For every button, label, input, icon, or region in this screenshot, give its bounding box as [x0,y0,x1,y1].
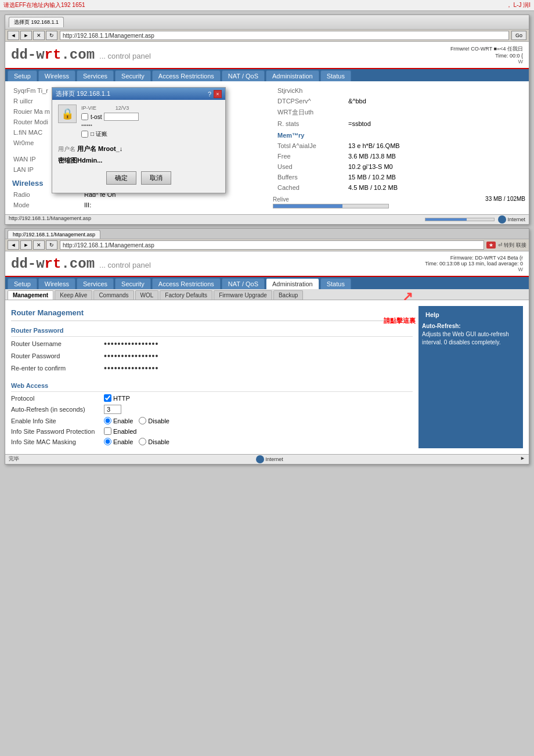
subtab-management[interactable]: Management [8,290,53,300]
firmware-info-2: Firmware: DD-WRT v24 Beta (r Time: 00:13… [425,255,523,272]
info-password-checkbox[interactable] [104,427,111,435]
router-management-title: Router Management [11,306,413,321]
mac-disable-radio[interactable] [139,438,146,445]
subtab-keep-alive[interactable]: Keep Alive [55,290,92,300]
dialog-shield-icon: 🔒 [58,105,77,123]
http-checkbox[interactable] [104,394,111,402]
subtab-commands[interactable]: Commands [93,290,134,300]
dialog-close-button[interactable]: × [214,90,222,98]
info-disable-radio[interactable] [139,417,146,424]
password-row: 密缩图Hdmin... [58,156,219,165]
go-button[interactable]: Go [511,31,526,40]
subtab-wol[interactable]: WOL [135,290,159,300]
login-dialog: 选择页 192.168.1.1 ? × 🔒 IP-VIE 12/V3 [52,87,226,193]
dialog-titlebar: 选择页 192.168.1.1 ? × [52,88,225,100]
dialog-cancel-button[interactable]: 取消 [141,171,171,185]
help-content: Auto-Refresh: Adjusts the Web GUI auto-r… [422,322,519,347]
browser-tab-2[interactable]: http://192.168.1.1/Management.asp [8,230,100,239]
subtab-factory-defaults[interactable]: Factory Defaults [160,290,212,300]
enable-info-site-label: Enable Info Site [11,417,104,424]
protocol-value: HTTP [104,394,130,402]
back-button-2[interactable]: ◄ [8,240,19,250]
help-subtitle: Auto-Refresh: [422,323,461,329]
statusbar-1: http://192.168.1.1/Management.asp Intern… [5,214,529,224]
stop-button[interactable]: ✕ [33,31,45,40]
memory-progress-fill [273,204,342,208]
star-button[interactable]: ★ [486,242,496,249]
browser-tab-1[interactable]: 选择页 192.168.1.1 [9,17,64,27]
tab2-administration[interactable]: Administration [266,278,319,289]
ddwrt-header-1: dd-wrt.com ... control panel Frmwre! CO-… [5,42,529,69]
tab-administration[interactable]: Administration [266,70,319,81]
tab-services[interactable]: Services [77,70,114,81]
t-ost-checkbox[interactable] [81,113,88,120]
browser-window-2: http://192.168.1.1/Management.asp ◄ ► ✕ … [5,228,529,465]
tab-nat-qos[interactable]: NAT / QoS [222,70,265,81]
management-left-panel: Router Management 請點擊這裏 Router Password … [11,306,413,448]
tab2-services[interactable]: Services [77,278,114,289]
tab2-nat-qos[interactable]: NAT / QoS [222,278,265,289]
tab2-access-restrictions[interactable]: Access Restrictions [152,278,221,289]
tab2-wireless[interactable]: Wireless [38,278,75,289]
mac-masking-radio: Enable Disable [104,438,169,445]
tab-security[interactable]: Security [115,70,151,81]
internet-icon: Internet [498,215,525,224]
tab-status[interactable]: Status [320,70,351,81]
username-row-mgmt: Router Username •••••••••••••••• [11,339,413,348]
info-password-row: Info Site Password Protection Enabled [11,427,413,435]
username-label: Router Username [11,340,104,347]
tab2-setup[interactable]: Setup [8,278,37,289]
info-password-value: Enabled [104,427,136,435]
dialog-buttons: 确定 取消 [58,168,219,188]
top-bar-right-text: ， L-J 润I [506,1,531,9]
subtab-firmware-upgrade[interactable]: Firmware Upgrade [214,290,272,300]
mac-enable-radio[interactable] [104,438,111,445]
nav-tabs-2: Setup Wireless Services Security Access … [5,277,529,289]
mac-masking-label: Info Site MAC Masking [11,438,104,445]
back-button[interactable]: ◄ [8,31,19,40]
toggle-checkbox[interactable] [81,131,88,138]
nav-tabs-1: Setup Wireless Services Security Access … [5,69,529,81]
subtab-backup[interactable]: Backup [273,290,303,300]
web-access-section: Web Access Protocol HTTP Auto- [11,380,413,445]
router-password-section: Router Password [11,325,413,337]
auto-refresh-input[interactable] [104,405,121,414]
info-password-label: Info Site Password Protection [11,428,104,435]
statusbar-complete: 完毕 [9,455,19,463]
logo-dd-2: dd-w [11,256,45,272]
dialog-ok-button[interactable]: 确定 [106,171,136,185]
info-enable-radio[interactable] [104,417,111,424]
refresh-button-2[interactable]: ↻ [46,240,57,250]
logo-wrt: rt [45,47,62,63]
address-bar-2[interactable] [60,240,484,250]
ddwrt-header-2: dd-wrt.com ... control panel Firmware: D… [5,251,529,277]
logo-wrt-2: rt [45,256,62,272]
stop-button-2[interactable]: ✕ [33,240,45,250]
management-content: Router Management 請點擊這裏 Router Password … [5,300,529,454]
forward-button-2[interactable]: ► [20,240,32,250]
tab-wireless[interactable]: Wireless [38,70,75,81]
refresh-button[interactable]: ↻ [46,31,57,40]
protocol-label: Protocol [11,395,104,402]
tab-setup[interactable]: Setup [8,70,37,81]
tab2-security[interactable]: Security [115,278,151,289]
logo-dd: dd-w [11,47,45,63]
version-field[interactable] [104,113,139,121]
help-panel: Help Auto-Refresh: Adjusts the Web GUI a… [418,306,523,448]
tab2-status[interactable]: Status [320,278,351,289]
browser-tabs-2: http://192.168.1.1/Management.asp [5,229,529,239]
dialog-title: 选择页 192.168.1.1 [56,89,110,98]
logo-com-2: .com [61,256,95,272]
tab-access-restrictions[interactable]: Access Restrictions [152,70,221,81]
address-bar-1[interactable] [60,31,509,40]
dialog-body: 🔒 IP-VIE 12/V3 t-ost •••••• [52,100,225,193]
logo-com: .com [61,47,95,63]
protocol-row: Protocol HTTP [11,394,413,402]
enable-info-site-radio: Enable Disable [104,417,169,424]
password-label: Router Password [11,352,104,359]
username-dots: •••••••••••••••• [104,339,158,348]
scroll-right[interactable]: ► [520,455,525,463]
menu-button[interactable]: ⏎ 转到 联接 [498,242,526,249]
forward-button[interactable]: ► [20,31,32,40]
auto-refresh-row: Auto-Refresh (in seconds) [11,405,413,414]
